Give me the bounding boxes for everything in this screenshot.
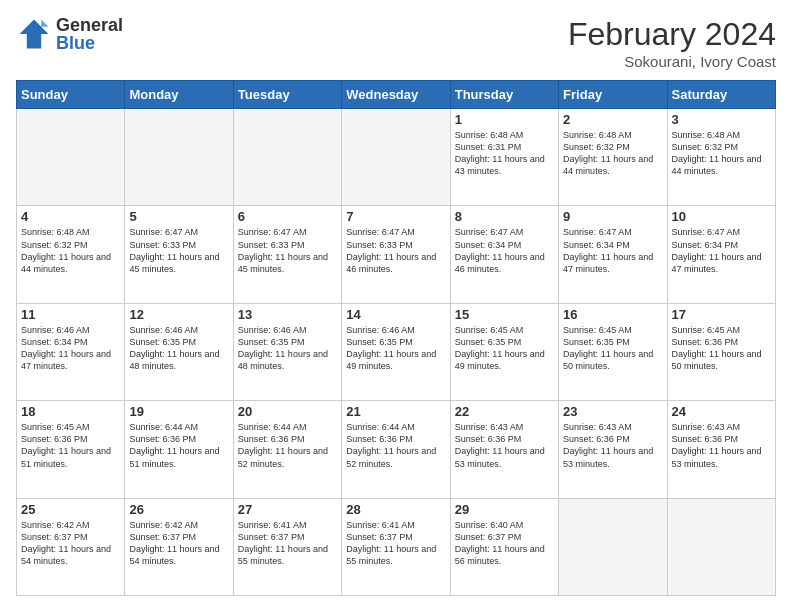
day-info: Sunrise: 6:47 AM Sunset: 6:33 PM Dayligh…	[129, 226, 228, 275]
day-info: Sunrise: 6:41 AM Sunset: 6:37 PM Dayligh…	[238, 519, 337, 568]
day-info: Sunrise: 6:45 AM Sunset: 6:36 PM Dayligh…	[672, 324, 771, 373]
day-info: Sunrise: 6:45 AM Sunset: 6:35 PM Dayligh…	[455, 324, 554, 373]
day-number: 13	[238, 307, 337, 322]
calendar-cell: 2Sunrise: 6:48 AM Sunset: 6:32 PM Daylig…	[559, 109, 667, 206]
day-info: Sunrise: 6:47 AM Sunset: 6:33 PM Dayligh…	[238, 226, 337, 275]
day-number: 7	[346, 209, 445, 224]
page: General Blue February 2024 Sokourani, Iv…	[0, 0, 792, 612]
calendar-week-4: 25Sunrise: 6:42 AM Sunset: 6:37 PM Dayli…	[17, 498, 776, 595]
calendar-cell: 10Sunrise: 6:47 AM Sunset: 6:34 PM Dayli…	[667, 206, 775, 303]
day-info: Sunrise: 6:47 AM Sunset: 6:34 PM Dayligh…	[672, 226, 771, 275]
calendar-cell: 23Sunrise: 6:43 AM Sunset: 6:36 PM Dayli…	[559, 401, 667, 498]
calendar-cell	[233, 109, 341, 206]
calendar-cell: 17Sunrise: 6:45 AM Sunset: 6:36 PM Dayli…	[667, 303, 775, 400]
day-number: 23	[563, 404, 662, 419]
calendar-header-saturday: Saturday	[667, 81, 775, 109]
day-number: 19	[129, 404, 228, 419]
day-info: Sunrise: 6:46 AM Sunset: 6:35 PM Dayligh…	[346, 324, 445, 373]
day-info: Sunrise: 6:40 AM Sunset: 6:37 PM Dayligh…	[455, 519, 554, 568]
calendar-cell: 6Sunrise: 6:47 AM Sunset: 6:33 PM Daylig…	[233, 206, 341, 303]
day-number: 28	[346, 502, 445, 517]
day-info: Sunrise: 6:45 AM Sunset: 6:36 PM Dayligh…	[21, 421, 120, 470]
calendar-cell: 20Sunrise: 6:44 AM Sunset: 6:36 PM Dayli…	[233, 401, 341, 498]
calendar-cell: 15Sunrise: 6:45 AM Sunset: 6:35 PM Dayli…	[450, 303, 558, 400]
calendar-cell	[125, 109, 233, 206]
day-info: Sunrise: 6:48 AM Sunset: 6:32 PM Dayligh…	[21, 226, 120, 275]
day-number: 27	[238, 502, 337, 517]
header: General Blue February 2024 Sokourani, Iv…	[16, 16, 776, 70]
day-number: 24	[672, 404, 771, 419]
day-number: 11	[21, 307, 120, 322]
calendar-cell: 8Sunrise: 6:47 AM Sunset: 6:34 PM Daylig…	[450, 206, 558, 303]
day-info: Sunrise: 6:46 AM Sunset: 6:34 PM Dayligh…	[21, 324, 120, 373]
logo-blue-text: Blue	[56, 34, 123, 52]
calendar-header-friday: Friday	[559, 81, 667, 109]
calendar-cell	[667, 498, 775, 595]
day-info: Sunrise: 6:43 AM Sunset: 6:36 PM Dayligh…	[672, 421, 771, 470]
day-number: 15	[455, 307, 554, 322]
day-info: Sunrise: 6:46 AM Sunset: 6:35 PM Dayligh…	[238, 324, 337, 373]
day-number: 1	[455, 112, 554, 127]
calendar-cell: 27Sunrise: 6:41 AM Sunset: 6:37 PM Dayli…	[233, 498, 341, 595]
calendar-week-3: 18Sunrise: 6:45 AM Sunset: 6:36 PM Dayli…	[17, 401, 776, 498]
calendar-header-tuesday: Tuesday	[233, 81, 341, 109]
calendar-cell: 13Sunrise: 6:46 AM Sunset: 6:35 PM Dayli…	[233, 303, 341, 400]
day-number: 5	[129, 209, 228, 224]
logo-text: General Blue	[56, 16, 123, 52]
calendar-header-sunday: Sunday	[17, 81, 125, 109]
calendar-cell: 18Sunrise: 6:45 AM Sunset: 6:36 PM Dayli…	[17, 401, 125, 498]
day-number: 29	[455, 502, 554, 517]
day-number: 10	[672, 209, 771, 224]
calendar-cell	[559, 498, 667, 595]
calendar-cell: 24Sunrise: 6:43 AM Sunset: 6:36 PM Dayli…	[667, 401, 775, 498]
calendar-cell: 12Sunrise: 6:46 AM Sunset: 6:35 PM Dayli…	[125, 303, 233, 400]
day-number: 4	[21, 209, 120, 224]
day-number: 22	[455, 404, 554, 419]
day-info: Sunrise: 6:41 AM Sunset: 6:37 PM Dayligh…	[346, 519, 445, 568]
day-info: Sunrise: 6:48 AM Sunset: 6:32 PM Dayligh…	[672, 129, 771, 178]
day-info: Sunrise: 6:42 AM Sunset: 6:37 PM Dayligh…	[129, 519, 228, 568]
day-info: Sunrise: 6:47 AM Sunset: 6:34 PM Dayligh…	[455, 226, 554, 275]
day-number: 12	[129, 307, 228, 322]
location: Sokourani, Ivory Coast	[568, 53, 776, 70]
calendar-cell: 19Sunrise: 6:44 AM Sunset: 6:36 PM Dayli…	[125, 401, 233, 498]
day-info: Sunrise: 6:46 AM Sunset: 6:35 PM Dayligh…	[129, 324, 228, 373]
calendar-cell: 26Sunrise: 6:42 AM Sunset: 6:37 PM Dayli…	[125, 498, 233, 595]
calendar-header-wednesday: Wednesday	[342, 81, 450, 109]
day-number: 18	[21, 404, 120, 419]
day-info: Sunrise: 6:44 AM Sunset: 6:36 PM Dayligh…	[129, 421, 228, 470]
day-number: 8	[455, 209, 554, 224]
calendar-cell: 11Sunrise: 6:46 AM Sunset: 6:34 PM Dayli…	[17, 303, 125, 400]
calendar-cell: 5Sunrise: 6:47 AM Sunset: 6:33 PM Daylig…	[125, 206, 233, 303]
calendar-header-monday: Monday	[125, 81, 233, 109]
day-number: 21	[346, 404, 445, 419]
calendar-cell: 1Sunrise: 6:48 AM Sunset: 6:31 PM Daylig…	[450, 109, 558, 206]
day-info: Sunrise: 6:44 AM Sunset: 6:36 PM Dayligh…	[346, 421, 445, 470]
day-number: 25	[21, 502, 120, 517]
calendar-cell: 21Sunrise: 6:44 AM Sunset: 6:36 PM Dayli…	[342, 401, 450, 498]
calendar-week-2: 11Sunrise: 6:46 AM Sunset: 6:34 PM Dayli…	[17, 303, 776, 400]
calendar-cell: 9Sunrise: 6:47 AM Sunset: 6:34 PM Daylig…	[559, 206, 667, 303]
day-info: Sunrise: 6:47 AM Sunset: 6:33 PM Dayligh…	[346, 226, 445, 275]
calendar-cell: 22Sunrise: 6:43 AM Sunset: 6:36 PM Dayli…	[450, 401, 558, 498]
calendar-header-thursday: Thursday	[450, 81, 558, 109]
calendar-cell: 14Sunrise: 6:46 AM Sunset: 6:35 PM Dayli…	[342, 303, 450, 400]
calendar-cell: 3Sunrise: 6:48 AM Sunset: 6:32 PM Daylig…	[667, 109, 775, 206]
calendar-cell: 4Sunrise: 6:48 AM Sunset: 6:32 PM Daylig…	[17, 206, 125, 303]
calendar-header-row: SundayMondayTuesdayWednesdayThursdayFrid…	[17, 81, 776, 109]
day-info: Sunrise: 6:44 AM Sunset: 6:36 PM Dayligh…	[238, 421, 337, 470]
calendar-cell: 7Sunrise: 6:47 AM Sunset: 6:33 PM Daylig…	[342, 206, 450, 303]
day-info: Sunrise: 6:45 AM Sunset: 6:35 PM Dayligh…	[563, 324, 662, 373]
day-number: 6	[238, 209, 337, 224]
day-info: Sunrise: 6:43 AM Sunset: 6:36 PM Dayligh…	[563, 421, 662, 470]
title-block: February 2024 Sokourani, Ivory Coast	[568, 16, 776, 70]
calendar-cell: 25Sunrise: 6:42 AM Sunset: 6:37 PM Dayli…	[17, 498, 125, 595]
calendar-week-0: 1Sunrise: 6:48 AM Sunset: 6:31 PM Daylig…	[17, 109, 776, 206]
day-number: 9	[563, 209, 662, 224]
month-year: February 2024	[568, 16, 776, 53]
day-number: 20	[238, 404, 337, 419]
logo-icon	[16, 16, 52, 52]
day-number: 16	[563, 307, 662, 322]
day-info: Sunrise: 6:43 AM Sunset: 6:36 PM Dayligh…	[455, 421, 554, 470]
day-number: 3	[672, 112, 771, 127]
